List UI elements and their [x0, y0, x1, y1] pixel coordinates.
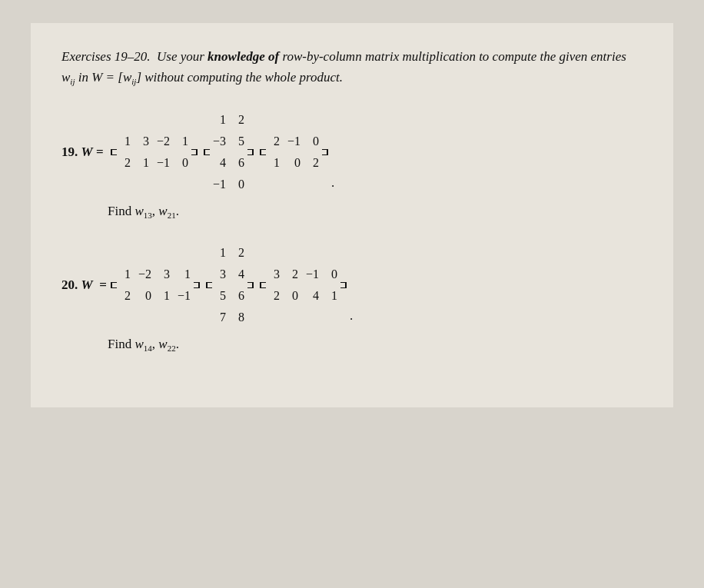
cell: 0 — [178, 154, 188, 172]
page: Exercises 19–20. Use your knowledge of r… — [31, 23, 673, 407]
cell: 1 — [120, 132, 131, 151]
exercise-20: 20. W = 1 −2 3 1 2 0 1 −1 — [61, 244, 643, 355]
exercise-20-equation: 20. W = 1 −2 3 1 2 0 1 −1 — [61, 244, 643, 327]
ex19-A-bracket-left — [111, 149, 117, 155]
ex20-B-bracket-left — [206, 282, 212, 288]
cell: 2 — [269, 287, 280, 305]
ex19-find: Find w13, w21. — [108, 201, 643, 222]
cell: 3 — [138, 132, 149, 151]
ex20-A-grid: 1 −2 3 1 2 0 1 −1 — [120, 265, 191, 305]
cell: 1 — [159, 287, 170, 305]
ex20-label: 20. W = — [61, 275, 108, 295]
cell: 1 — [120, 265, 131, 284]
ex19-B-grid: 1 2 −3 5 4 6 −1 0 — [213, 111, 244, 194]
ex20-C-bracket-right — [340, 282, 347, 288]
ex20-period: . — [350, 306, 353, 326]
ex19-A-bracket-right — [191, 149, 198, 155]
ex20-matrix-C: 3 2 −1 0 2 0 4 1 — [260, 265, 347, 305]
ex19-A-grid: 1 3 −2 1 2 1 −1 0 — [120, 132, 188, 172]
cell: 3 — [159, 265, 170, 284]
ex19-matrix-C: 2 −1 0 1 0 2 — [260, 132, 328, 172]
cell: −2 — [157, 132, 170, 151]
ex20-matrix-B: 1 2 3 4 5 6 7 8 — [206, 244, 254, 327]
cell: 4 — [215, 154, 226, 172]
ex19-B-bracket-right — [247, 149, 254, 155]
cell: 1 — [215, 244, 226, 262]
ex20-C-bracket-left — [260, 282, 266, 288]
ex20-matrix-A: 1 −2 3 1 2 0 1 −1 — [111, 265, 200, 305]
cell: 7 — [215, 308, 226, 327]
cell: 0 — [141, 287, 151, 305]
cell: −2 — [138, 265, 151, 284]
exercise-19: 19. W = 1 3 −2 1 2 1 −1 0 — [61, 111, 643, 222]
cell: 2 — [234, 244, 244, 262]
cell: −1 — [306, 265, 319, 284]
ex19-matrix-B: 1 2 −3 5 4 6 −1 0 — [204, 111, 254, 194]
cell: 5 — [215, 287, 226, 305]
cell: 0 — [234, 175, 244, 194]
cell: −1 — [213, 175, 226, 194]
cell: 4 — [234, 265, 244, 284]
cell: 0 — [290, 154, 301, 172]
exercise-19-equation: 19. W = 1 3 −2 1 2 1 −1 0 — [61, 111, 643, 194]
ex20-A-bracket-left — [111, 282, 117, 288]
cell: 0 — [287, 287, 298, 305]
cell: −1 — [178, 287, 191, 305]
ex20-B-grid: 1 2 3 4 5 6 7 8 — [215, 244, 244, 327]
cell: 2 — [269, 132, 280, 151]
cell: 0 — [308, 132, 319, 151]
ex19-period: . — [331, 173, 334, 193]
ex19-label: 19. W = — [61, 142, 108, 162]
ex19-C-bracket-left — [260, 149, 266, 155]
cell: 6 — [234, 154, 244, 172]
cell: 8 — [234, 308, 244, 327]
cell: 0 — [327, 265, 337, 284]
cell: 1 — [180, 265, 191, 284]
cell: −1 — [157, 154, 170, 172]
cell: −3 — [213, 132, 226, 151]
cell: 2 — [287, 265, 298, 284]
cell: 1 — [178, 132, 188, 151]
ex20-B-bracket-right — [247, 282, 254, 288]
ex20-A-bracket-right — [194, 282, 200, 288]
cell: 1 — [138, 154, 149, 172]
ex20-find: Find w14, w22. — [108, 334, 643, 355]
ex19-matrix-A: 1 3 −2 1 2 1 −1 0 — [111, 132, 198, 172]
cell: 2 — [308, 154, 319, 172]
ex19-C-bracket-right — [322, 149, 328, 155]
ex20-C-grid: 3 2 −1 0 2 0 4 1 — [269, 265, 337, 305]
cell: 5 — [234, 132, 244, 151]
cell: −1 — [287, 132, 301, 151]
cell: 3 — [269, 265, 280, 284]
cell: 1 — [327, 287, 337, 305]
cell: 2 — [234, 111, 244, 129]
cell: 4 — [308, 287, 319, 305]
cell: 3 — [215, 265, 226, 284]
cell: 6 — [234, 287, 244, 305]
cell: 1 — [215, 111, 226, 129]
cell: 2 — [120, 287, 131, 305]
cell: 2 — [120, 154, 131, 172]
cell: 1 — [269, 154, 280, 172]
intro-text: Exercises 19–20. Use your knowledge of r… — [61, 46, 643, 89]
ex19-C-grid: 2 −1 0 1 0 2 — [269, 132, 319, 172]
ex19-B-bracket-left — [204, 149, 210, 155]
